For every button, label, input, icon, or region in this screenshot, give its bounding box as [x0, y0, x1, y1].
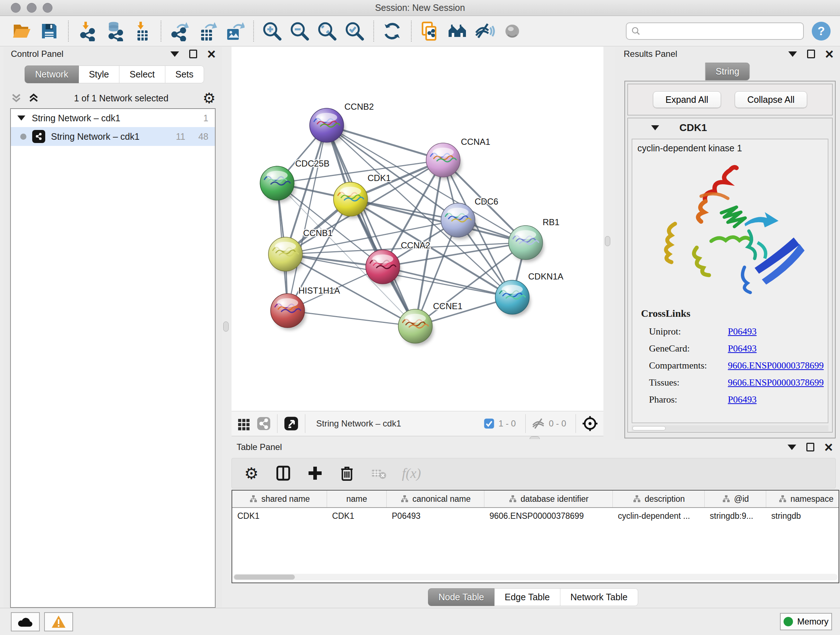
- tab-network[interactable]: Network: [25, 65, 79, 83]
- import-network-file-button[interactable]: [76, 19, 98, 43]
- zoom-in-button[interactable]: [261, 19, 283, 43]
- zoom-out-button[interactable]: [289, 19, 310, 43]
- panel-float-icon[interactable]: [806, 443, 814, 451]
- table-cell[interactable]: 9606.ENSP00000378699: [485, 508, 613, 524]
- export-network-button[interactable]: [169, 19, 190, 43]
- network-node[interactable]: [495, 280, 531, 317]
- network-node[interactable]: [333, 182, 369, 218]
- delete-column-icon[interactable]: [338, 465, 355, 481]
- table-cell[interactable]: P06493: [387, 508, 485, 524]
- network-node[interactable]: [398, 309, 434, 345]
- panel-close-icon[interactable]: ×: [824, 442, 833, 452]
- open-session-button[interactable]: [11, 19, 33, 43]
- column-header-database-identifier[interactable]: database identifier: [485, 491, 613, 507]
- network-edge[interactable]: [383, 267, 512, 297]
- table-cell[interactable]: cyclin-dependent ...: [613, 508, 705, 524]
- search-input[interactable]: [644, 26, 799, 36]
- table-horizontal-scrollbar[interactable]: [233, 574, 838, 580]
- memory-button[interactable]: Memory: [780, 613, 832, 630]
- scrollbar-thumb[interactable]: [234, 575, 295, 580]
- tab-edge-table[interactable]: Edge Table: [494, 588, 561, 606]
- collapse-all-button[interactable]: Collapse All: [735, 91, 807, 108]
- network-edge[interactable]: [327, 125, 415, 326]
- crosslink-link[interactable]: 9606.ENSP00000378699: [728, 377, 824, 388]
- tab-string[interactable]: String: [705, 63, 750, 80]
- network-options-gear-icon[interactable]: ⚙: [202, 91, 216, 105]
- column-header-shared-name[interactable]: shared name: [232, 491, 327, 507]
- crosslink-link[interactable]: 9606.ENSP00000378699: [728, 360, 824, 371]
- expander-icon[interactable]: [651, 125, 659, 130]
- hide-selected-button[interactable]: [474, 19, 496, 43]
- warning-button[interactable]: [44, 612, 73, 631]
- network-collection-row[interactable]: String Network – cdk1 1: [11, 109, 215, 127]
- column-header-description[interactable]: description: [613, 491, 705, 507]
- table-cell[interactable]: stringdb:9...: [705, 508, 766, 524]
- crosslink-link[interactable]: P06493: [728, 343, 756, 354]
- tab-node-table[interactable]: Node Table: [428, 588, 494, 606]
- table-cell[interactable]: CDK1: [232, 508, 327, 524]
- column-header-@id[interactable]: @id: [705, 491, 766, 507]
- collapse-all-icon[interactable]: [10, 92, 22, 104]
- crosslink-link[interactable]: P06493: [728, 394, 756, 405]
- network-node[interactable]: [441, 203, 477, 239]
- save-session-button[interactable]: [38, 19, 60, 43]
- hidden-eye-icon[interactable]: [531, 417, 545, 431]
- tab-select[interactable]: Select: [119, 65, 165, 83]
- panel-minimize-icon[interactable]: [788, 445, 796, 450]
- network-node[interactable]: [271, 294, 306, 330]
- table-row[interactable]: CDK1CDK1P064939606.ENSP00000378699cyclin…: [232, 508, 838, 524]
- cloud-button[interactable]: [11, 612, 40, 631]
- table-cell[interactable]: CDK1: [327, 508, 387, 524]
- left-splitter-handle[interactable]: [223, 321, 229, 332]
- panel-minimize-icon[interactable]: [788, 51, 797, 57]
- tab-style[interactable]: Style: [79, 65, 120, 83]
- network-edge[interactable]: [287, 310, 415, 326]
- export-image-button[interactable]: [224, 19, 245, 43]
- network-node[interactable]: [508, 226, 544, 262]
- panel-minimize-icon[interactable]: [171, 51, 179, 57]
- crosslink-link[interactable]: P06493: [728, 326, 756, 337]
- column-header-namespace[interactable]: namespace: [766, 491, 839, 507]
- help-button[interactable]: ?: [812, 22, 831, 41]
- panel-float-icon[interactable]: [189, 50, 197, 58]
- zoom-fit-button[interactable]: [316, 19, 338, 43]
- right-splitter-handle[interactable]: [605, 236, 610, 246]
- center-view-button[interactable]: [582, 415, 598, 432]
- network-node[interactable]: [426, 143, 462, 179]
- network-view-canvas[interactable]: CCNB2CCNA1CDC25BCDK1CDC6RB1CCNB1CCNA2CDK…: [232, 47, 603, 411]
- results-scrollbar[interactable]: [632, 425, 829, 431]
- grid-view-button[interactable]: [237, 416, 251, 431]
- show-all-button[interactable]: [501, 19, 523, 43]
- toggle-column-icon[interactable]: [275, 465, 292, 481]
- tab-sets[interactable]: Sets: [165, 65, 204, 83]
- column-header-name[interactable]: name: [327, 491, 387, 507]
- panel-close-icon[interactable]: ×: [207, 49, 216, 59]
- column-header-canonical-name[interactable]: canonical name: [387, 491, 485, 507]
- memory-status-dot: [783, 617, 793, 626]
- network-view-share-button[interactable]: [256, 416, 271, 431]
- expand-all-button[interactable]: Expand All: [653, 91, 721, 108]
- export-table-button[interactable]: [196, 19, 218, 43]
- gene-header[interactable]: CDK1: [628, 119, 832, 137]
- add-column-icon[interactable]: [306, 465, 324, 481]
- network-node[interactable]: [260, 166, 295, 203]
- detach-view-button[interactable]: [283, 416, 299, 432]
- expander-icon[interactable]: [17, 116, 25, 120]
- first-neighbors-button[interactable]: [447, 19, 468, 43]
- import-table-button[interactable]: [131, 19, 153, 43]
- new-network-from-selection-button[interactable]: [419, 19, 441, 43]
- table-settings-gear-icon[interactable]: ⚙: [243, 464, 260, 483]
- node-table[interactable]: shared namenamecanonical namedatabase id…: [232, 490, 839, 583]
- import-network-database-button[interactable]: [103, 19, 125, 43]
- table-cell[interactable]: stringdb: [766, 508, 839, 524]
- expand-all-icon[interactable]: [27, 92, 40, 104]
- tab-network-table[interactable]: Network Table: [561, 588, 638, 606]
- panel-close-icon[interactable]: ×: [825, 49, 834, 59]
- selected-checkbox-icon[interactable]: [483, 418, 495, 429]
- panel-float-icon[interactable]: [807, 50, 815, 58]
- refresh-button[interactable]: [381, 19, 403, 43]
- table-toolbar: ⚙ f(x): [232, 458, 836, 488]
- network-row-selected[interactable]: String Network – cdk1 11 48: [11, 127, 215, 146]
- scrollbar-thumb[interactable]: [632, 426, 666, 431]
- zoom-selected-button[interactable]: [344, 19, 365, 43]
